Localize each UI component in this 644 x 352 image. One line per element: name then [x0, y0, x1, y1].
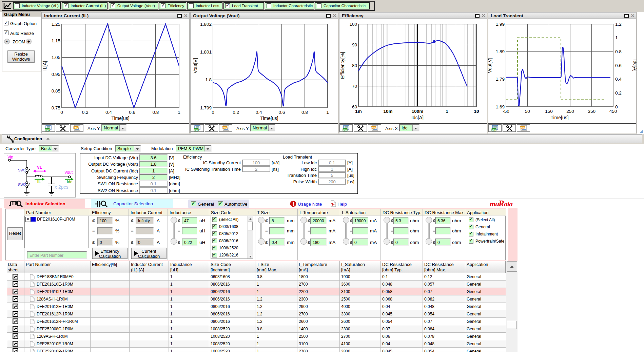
svg-text:PNG: PNG [371, 127, 376, 129]
svg-text:0.95: 0.95 [52, 72, 60, 77]
svg-text:1.801: 1.801 [200, 49, 212, 55]
svg-text:1.99: 1.99 [496, 22, 505, 27]
svg-text:10: 10 [474, 109, 479, 114]
svg-text:0.4: 0.4 [256, 110, 262, 115]
svg-text:x 2pcs: x 2pcs [55, 184, 68, 190]
svg-text:VL: VL [37, 165, 42, 170]
svg-text:R: R [498, 200, 504, 208]
svg-text:1.15: 1.15 [52, 38, 60, 43]
svg-text:Time[us]: Time[us] [550, 115, 568, 120]
svg-text:0.8: 0.8 [301, 110, 308, 115]
svg-text:Vout[V]: Vout[V] [488, 58, 492, 73]
svg-text:0: 0 [615, 104, 618, 109]
svg-text:0.85: 0.85 [52, 88, 60, 94]
svg-text:0.75: 0.75 [52, 105, 60, 110]
svg-text:0: 0 [212, 110, 214, 115]
svg-text:90: 90 [352, 42, 357, 47]
svg-text:0.6: 0.6 [129, 110, 135, 115]
svg-text:1.2: 1.2 [615, 22, 622, 27]
svg-text:Vout[V]: Vout[V] [193, 58, 198, 73]
svg-text:Idc[A]: Idc[A] [632, 59, 637, 71]
svg-text:CSV: CSV [343, 129, 348, 131]
svg-text:Idc: Idc [67, 180, 72, 184]
svg-text:1.8: 1.8 [205, 77, 212, 82]
svg-text:1.89: 1.89 [496, 49, 505, 54]
svg-text:0.2: 0.2 [82, 110, 89, 115]
svg-text:1.05: 1.05 [52, 55, 60, 60]
svg-text:0.8: 0.8 [615, 49, 622, 54]
svg-text:PNG: PNG [222, 127, 227, 129]
svg-text:CSV: CSV [194, 129, 199, 131]
svg-text:1.799: 1.799 [200, 105, 212, 110]
svg-text:0.6: 0.6 [278, 110, 285, 115]
svg-text:1m: 1m [355, 109, 362, 114]
svg-text:Time[us]: Time[us] [111, 116, 129, 121]
svg-text:250: 250 [566, 109, 574, 114]
svg-text:Vin: Vin [7, 155, 13, 160]
svg-text:CSV: CSV [492, 129, 496, 131]
svg-text:0.4: 0.4 [615, 77, 622, 82]
svg-text:PNG: PNG [74, 127, 78, 129]
svg-text:Efficiency[%]: Efficiency[%] [340, 52, 345, 79]
svg-text:mu: mu [490, 200, 499, 208]
svg-text:1: 1 [178, 110, 180, 115]
svg-text:350: 350 [588, 109, 596, 114]
svg-text:PNG: PNG [520, 127, 525, 129]
svg-text:0: 0 [60, 110, 63, 115]
svg-text:80: 80 [352, 63, 357, 68]
svg-text:1: 1 [446, 109, 448, 114]
svg-text:0.4: 0.4 [105, 110, 112, 115]
svg-text:ata: ata [504, 200, 513, 208]
svg-text:1.79: 1.79 [496, 77, 505, 82]
svg-text:-50: -50 [503, 109, 509, 114]
svg-text:SW1: SW1 [18, 168, 26, 172]
svg-text:0.8: 0.8 [152, 110, 159, 115]
svg-text:0.2: 0.2 [615, 90, 622, 96]
svg-text:450: 450 [609, 109, 617, 114]
svg-text:IL: IL [37, 180, 41, 184]
svg-text:CSV: CSV [45, 129, 50, 131]
svg-text:10m: 10m [383, 109, 392, 114]
svg-text:Time[us]: Time[us] [260, 116, 278, 121]
svg-text:1.802: 1.802 [200, 22, 212, 27]
svg-text:100m: 100m [412, 109, 424, 114]
svg-text:1: 1 [326, 110, 329, 115]
svg-text:0.6: 0.6 [615, 63, 622, 68]
svg-text:IL[A]: IL[A] [42, 61, 47, 71]
svg-text:Vout: Vout [64, 170, 73, 175]
svg-text:100: 100 [349, 22, 357, 27]
svg-text:SW2: SW2 [18, 183, 26, 187]
svg-text:1: 1 [615, 35, 618, 40]
svg-text:70: 70 [352, 84, 357, 89]
svg-text:Idc[A]: Idc[A] [411, 115, 424, 120]
svg-text:1.25: 1.25 [52, 22, 60, 27]
svg-text:150: 150 [545, 109, 553, 114]
svg-text:0.2: 0.2 [233, 110, 239, 115]
svg-text:50: 50 [525, 109, 530, 114]
